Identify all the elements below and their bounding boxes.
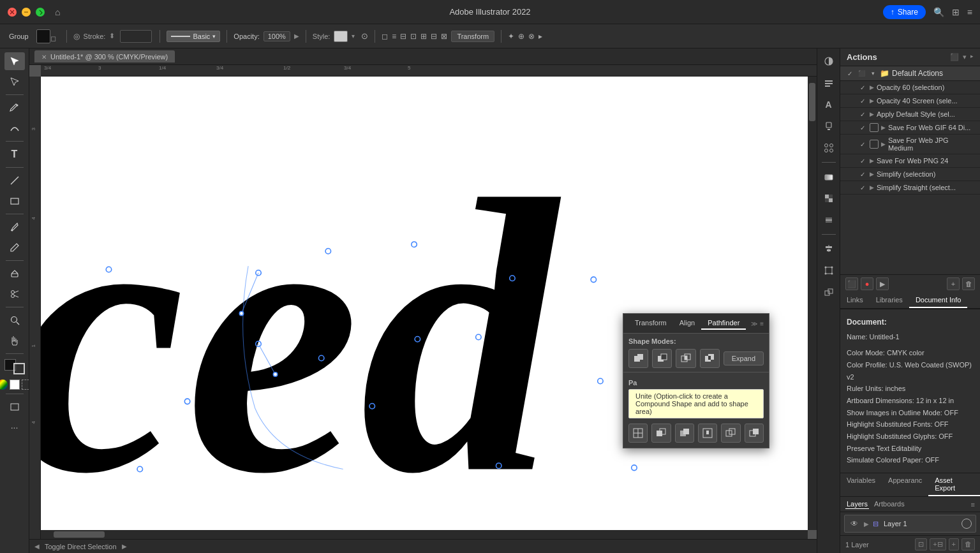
actions-collapse-icon[interactable]: ▾ (963, 53, 967, 61)
layer-expand-arrow[interactable]: ▶ (864, 520, 869, 527)
grid-icon[interactable]: ⊞ (952, 7, 960, 17)
stroke-swatch[interactable] (13, 363, 25, 374)
actions-new-btn[interactable]: + (947, 277, 960, 290)
canvas-arrow-right[interactable]: ▶ (122, 543, 127, 550)
asset-export-tab[interactable]: Asset Export (928, 473, 980, 496)
align-tab[interactable]: Align (673, 317, 701, 330)
minus-front-btn[interactable] (652, 349, 672, 368)
actions-record-btn[interactable]: ● (861, 277, 873, 290)
fill-color-box[interactable] (36, 29, 50, 43)
tab-close-icon[interactable]: ✕ (41, 54, 47, 61)
canvas-arrow-left[interactable]: ◀ (34, 543, 40, 550)
action-item-7[interactable]: ✓ ▶ Simplify Straight (select... (840, 181, 980, 195)
expand-button[interactable]: Expand (724, 351, 764, 365)
actions-stop-icon[interactable]: ⬛ (950, 53, 959, 61)
pathfinder-panel-icon[interactable] (820, 283, 838, 301)
artboards-tab[interactable]: Artboards (873, 499, 906, 509)
actions-expand-icon[interactable]: ▸ (970, 53, 974, 61)
actions-delete-btn[interactable]: 🗑 (962, 277, 975, 290)
maximize-button[interactable] (36, 8, 45, 17)
scissors-tool[interactable] (4, 285, 25, 303)
gradient-panel-icon[interactable] (820, 168, 838, 186)
layers-tab[interactable]: Layers (845, 499, 869, 509)
more-tools-btn[interactable]: ··· (4, 418, 25, 436)
rectangle-tool[interactable] (4, 192, 25, 210)
crop-btn[interactable] (698, 424, 717, 443)
transparency-panel-icon[interactable] (820, 189, 838, 207)
pen-tool[interactable] (4, 99, 25, 117)
stroke-up-down[interactable]: ⬍ (109, 32, 115, 40)
vertical-scrollbar[interactable] (808, 77, 817, 530)
exclude-btn[interactable] (700, 349, 720, 368)
merge-btn[interactable] (675, 424, 694, 443)
transform-panel-icon[interactable] (820, 262, 838, 279)
divide-btn[interactable] (628, 424, 648, 443)
paintbrush-tool[interactable] (4, 218, 25, 236)
action-item-6[interactable]: ✓ ▶ Simplify (selection) (840, 168, 980, 181)
search-icon[interactable]: 🔍 (933, 7, 944, 17)
text-panel-icon[interactable]: A (820, 96, 838, 114)
direct-selection-tool[interactable] (4, 73, 25, 91)
outline-btn[interactable] (721, 424, 740, 443)
transform-tab[interactable]: Transform (628, 317, 673, 330)
scrollbar-thumb-v[interactable] (809, 83, 815, 121)
line-tool[interactable] (4, 172, 25, 189)
change-screen-mode[interactable] (4, 398, 25, 416)
transform-button[interactable]: Transform (451, 31, 494, 42)
actions-play-btn[interactable]: ▶ (876, 277, 889, 290)
variables-tab[interactable]: Variables (840, 473, 882, 496)
actions-folder-header[interactable]: ✓ ⬛ ▾ 📁 Default Actions (840, 66, 980, 81)
hand-tool[interactable] (4, 332, 25, 350)
opacity-value[interactable]: 100% (264, 31, 290, 41)
color-mode-btn[interactable] (0, 380, 8, 390)
appearance-panel-icon[interactable] (820, 74, 838, 92)
pencil-tool[interactable] (4, 239, 25, 256)
minimize-button[interactable] (22, 8, 31, 17)
white-mode-btn[interactable] (10, 380, 20, 390)
action-item-5[interactable]: ✓ ▶ Save For Web PNG 24 (840, 154, 980, 168)
create-new-sublayer-btn[interactable]: +⊟ (930, 538, 946, 550)
panel-menu-icon[interactable]: ≡ (760, 320, 764, 327)
action-item-4[interactable]: ✓ ▶ Save For Web JPG Medium (840, 135, 980, 154)
more-icon[interactable]: ≡ (967, 7, 972, 17)
panel-expand-icon[interactable]: ≫ (751, 320, 757, 327)
make-clipping-mask-btn[interactable]: ⊡ (915, 538, 927, 550)
horizontal-scrollbar[interactable] (41, 530, 808, 539)
pathfinder-tab[interactable]: Pathfinder (701, 317, 746, 330)
action-item-3[interactable]: ✓ ▶ Save For Web GIF 64 Di... (840, 121, 980, 135)
brush-panel-icon[interactable] (820, 117, 838, 135)
close-button[interactable] (8, 8, 17, 17)
scrollbar-thumb-h[interactable] (54, 531, 105, 538)
stroke-style-selector[interactable]: Basic ▾ (167, 31, 220, 42)
action-item-0[interactable]: ✓ ▶ Opacity 60 (selection) (840, 81, 980, 94)
appearance-tab[interactable]: Appearanc (882, 473, 928, 496)
minus-back-btn[interactable] (745, 424, 764, 443)
intersect-btn[interactable] (676, 349, 695, 368)
actions-stop-btn[interactable]: ⬛ (845, 277, 858, 290)
eraser-tool[interactable] (4, 265, 25, 283)
layers-menu-icon[interactable]: ≡ (971, 501, 975, 508)
align-panel-icon[interactable] (820, 240, 838, 258)
trim-btn[interactable] (651, 424, 671, 443)
libraries-tab[interactable]: Libraries (870, 293, 909, 308)
selection-tool[interactable] (4, 52, 25, 70)
delete-layer-btn[interactable]: 🗑 (961, 538, 975, 550)
stroke-panel-icon[interactable] (820, 211, 838, 229)
layer-name[interactable]: Layer 1 (884, 520, 958, 527)
zoom-tool[interactable] (4, 311, 25, 329)
symbol-panel-icon[interactable] (820, 139, 838, 157)
curvature-tool[interactable] (4, 119, 25, 137)
artboard-canvas[interactable]: ced (41, 77, 817, 539)
create-new-layer-btn[interactable]: + (949, 538, 959, 550)
none-mode-btn[interactable] (22, 380, 30, 390)
active-tab[interactable]: ✕ Untitled-1* @ 300 % (CMYK/Preview) (34, 50, 175, 63)
type-tool[interactable]: T (4, 145, 25, 163)
links-tab[interactable]: Links (840, 293, 870, 308)
action-item-2[interactable]: ✓ ▶ Apply Default Style (sel... (840, 108, 980, 121)
layer-eye-icon[interactable]: 👁 (849, 518, 860, 529)
document-info-tab[interactable]: Document Info (909, 293, 968, 308)
more-tools-icon[interactable]: ▸ (538, 32, 542, 41)
share-button[interactable]: ↑ Share (883, 5, 926, 19)
action-item-1[interactable]: ✓ ▶ Opacity 40 Screen (sele... (840, 94, 980, 108)
layer-color-circle[interactable] (961, 519, 972, 529)
